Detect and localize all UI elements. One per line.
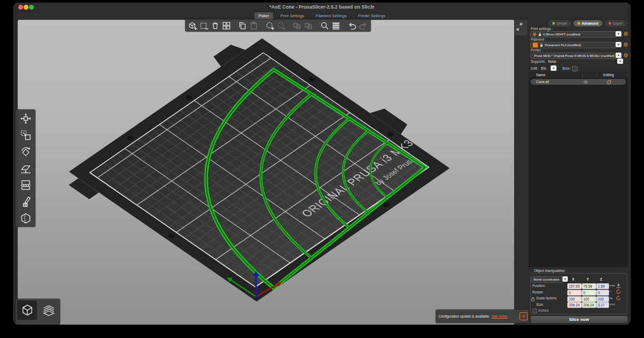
filament-combo[interactable]: Prusament PLA (modified) [530,42,617,48]
position-label: Position: [532,284,546,288]
svg-text:O: O [297,25,300,28]
paste-icon[interactable] [249,21,259,31]
notification-see-more-link[interactable]: See more. [492,314,508,318]
scale-unit: % [610,297,612,300]
scale-z-field[interactable]: 100 [596,296,609,302]
search-icon[interactable] [320,21,330,31]
tab-printer-settings[interactable]: Printer Settings [354,12,390,19]
notification-bar: Configuration update is available. See m… [436,310,530,323]
expert-mode-dot-icon [609,22,611,25]
print-settings-dropdown-button[interactable]: ▾ [616,31,621,36]
printer-edit-gear-icon[interactable] [623,53,628,58]
cut-tool-icon[interactable] [18,178,33,192]
printer-combo[interactable]: Prusa Mk3s * Original Prusa i3 MK3S & MK… [530,53,617,59]
add-instance-icon[interactable] [265,21,275,31]
scale-reset-icon[interactable] [616,296,621,300]
object-manipulation-title: Object manipulation [532,269,566,273]
axis-x-header: X [572,277,574,281]
add-object-icon[interactable] [188,21,197,31]
eye-visibility-icon[interactable] [583,80,588,84]
brim-checkbox[interactable] [572,66,577,71]
coordinates-dropdown-button[interactable]: ▾ [562,276,568,282]
print-settings-value: 0.30mm DRAFT (modified) [543,33,580,36]
chevron-left-icon: « [516,27,519,32]
mode-advanced-label: Advanced [582,21,598,25]
scale-lock-icon[interactable] [531,297,535,302]
print-settings-combo[interactable]: 0.30mm DRAFT (modified) [530,31,617,38]
rotate-z-field[interactable]: 0 [596,290,609,296]
inches-label: Inches [538,308,548,312]
print-settings-edit-gear-icon[interactable] [623,31,628,36]
remove-instance-icon[interactable] [276,21,286,31]
variable-layer-height-icon[interactable] [331,21,341,31]
paint-supports-tool-icon[interactable] [18,194,33,209]
tab-print-settings[interactable]: Print Settings [276,12,309,19]
inches-checkbox[interactable] [532,308,537,313]
supports-value: None [548,60,557,63]
axis-y-header: Y [587,277,589,281]
split-to-objects-icon[interactable]: O [292,21,302,31]
cube-icon [20,303,34,317]
coordinates-value: World coordinates [533,278,559,281]
plater-toolbar: O P [185,19,371,32]
drop-to-bed-icon[interactable] [616,283,621,288]
filament-edit-gear-icon[interactable] [623,42,628,47]
column-separator [582,73,583,77]
position-x-field[interactable]: 157.03 [567,283,582,289]
position-unit: mm [610,284,615,287]
edit-object-icon[interactable] [607,80,611,84]
editing-column-header: Editing [603,73,614,77]
position-z-field[interactable]: 1.59 [596,283,609,289]
arrange-icon[interactable] [222,21,231,31]
name-column-header: Name [536,73,545,77]
infill-label: Infill: [531,67,538,70]
notification-close-button[interactable]: ✕ [519,312,528,320]
mode-simple-button[interactable]: Simple [548,20,571,26]
view-mode-toggle [16,299,60,325]
delete-object-icon[interactable] [199,21,209,31]
place-on-face-tool-icon[interactable] [18,161,33,175]
mode-advanced-button[interactable]: Advanced [574,20,602,26]
filament-dropdown-button[interactable]: ▾ [616,42,621,47]
scale-y-field[interactable]: 100 [582,296,596,302]
mode-expert-button[interactable]: Expert [605,20,627,26]
supports-dropdown-button[interactable]: ▾ [617,58,623,64]
move-tool-icon[interactable] [18,111,33,126]
scale-x-field[interactable]: 100 [567,296,582,302]
preview-view-button[interactable] [39,300,58,320]
rotate-x-field[interactable]: 0 [567,290,582,296]
rotate-label: Rotate: [532,290,544,294]
coordinates-dropdown[interactable]: World coordinates [531,276,564,283]
simple-mode-dot-icon [552,22,555,25]
infill-dropdown-button[interactable]: ▾ [551,65,557,71]
object-row-cone[interactable]: Cone.stl [531,79,626,85]
redo-icon[interactable] [358,21,368,31]
size-label: Size: [536,303,544,306]
advanced-mode-dot-icon [577,22,580,25]
size-z-field[interactable]: 3.17 [596,302,609,308]
3d-editor-view-button[interactable] [17,300,37,320]
tab-plater[interactable]: Plater [254,12,274,19]
infill-value: 5% [541,67,546,70]
window-title: *AoE Cone - PrusaSlicer-2.5.2 based on S… [13,4,631,10]
svg-text:P: P [309,25,311,28]
collapse-sidebar-button[interactable]: » « [515,20,528,35]
rotate-y-field[interactable]: 0 [582,290,596,296]
position-y-field[interactable]: 75.58 [582,283,596,289]
size-y-field[interactable]: 206.24 [582,302,596,308]
rotate-tool-icon[interactable] [18,144,33,159]
3d-viewport[interactable]: ORIGINAL PRUSA i3 MK3 by Josef Prusa [18,20,514,325]
split-to-parts-icon[interactable]: P [304,21,313,31]
mode-selector: Simple Advanced Expert [548,20,627,26]
rotate-reset-icon[interactable] [616,289,621,294]
size-x-field[interactable]: 206.24 [567,302,582,308]
scale-tool-icon[interactable] [18,128,33,142]
tab-filament-settings[interactable]: Filament Settings [311,12,351,19]
scale-label: Scale factors: [536,296,557,300]
delete-all-icon[interactable] [210,21,220,31]
printer-dropdown-button[interactable]: ▾ [616,53,621,58]
slice-now-button[interactable]: Slice now [530,315,628,324]
copy-icon[interactable] [238,21,247,31]
seam-tool-icon[interactable] [18,211,33,225]
undo-icon[interactable] [347,21,357,31]
